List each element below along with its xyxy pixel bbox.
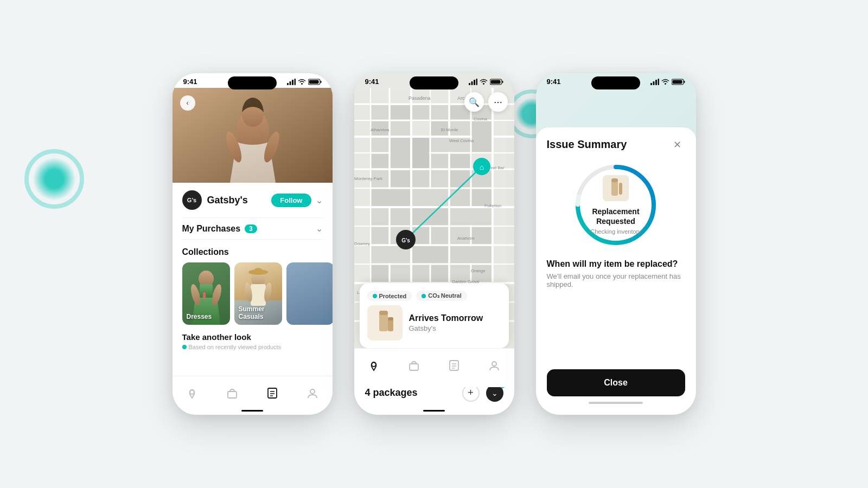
collection-card-summer[interactable]: Summer Casuals [234, 262, 282, 325]
ring-status-sub: Checking inventory [590, 228, 641, 235]
collection-label-summer: Summer Casuals [239, 305, 282, 320]
svg-rect-28 [268, 388, 277, 398]
bag-icon-1 [226, 387, 238, 399]
svg-text:⌂: ⌂ [479, 163, 483, 171]
take-look-dot-icon [182, 345, 187, 349]
svg-point-159 [665, 83, 666, 85]
package-product-svg [367, 305, 403, 341]
svg-rect-105 [391, 265, 410, 282]
packages-count: 4 packages [365, 387, 418, 399]
dynamic-island-1 [228, 76, 277, 89]
chevron-down-icon[interactable]: ⌄ [316, 195, 323, 206]
phones-container: 9:41 [173, 73, 696, 415]
svg-rect-89 [450, 189, 470, 206]
svg-text:West Covina: West Covina [449, 138, 474, 143]
status-bar-3: 9:41 [536, 73, 696, 88]
status-time-1: 9:41 [183, 78, 197, 86]
home-indicator-2 [423, 410, 445, 412]
wifi-icon-3 [661, 79, 669, 85]
profile-icon-1 [307, 387, 318, 399]
nav-profile-1[interactable] [307, 387, 318, 399]
modal-close-button[interactable]: Close [547, 369, 685, 396]
svg-rect-104 [372, 265, 388, 282]
svg-rect-40 [490, 80, 500, 84]
wifi-icon-1 [298, 79, 306, 85]
ring-status-main: Replacement Requested [572, 207, 659, 226]
badge-dot-co2 [422, 294, 426, 298]
svg-rect-17 [200, 284, 213, 298]
svg-rect-103 [450, 246, 492, 263]
svg-rect-74 [391, 138, 410, 168]
modal-close-icon[interactable]: ✕ [670, 137, 685, 152]
nav-orders-2[interactable] [448, 359, 460, 371]
follow-button[interactable]: Follow [271, 194, 311, 207]
svg-text:Downey: Downey [354, 241, 370, 246]
back-button[interactable]: ‹ [180, 95, 195, 111]
collections-title: Collections [182, 247, 323, 257]
collection-card-dresses[interactable]: Dresses [182, 262, 230, 325]
phone-2-map: 9:41 [354, 73, 514, 415]
brand-right: Follow ⌄ [271, 194, 322, 207]
map-area: Pasadena Arcadia Alhambra El Monte Covin… [354, 88, 514, 348]
svg-rect-102 [412, 246, 448, 263]
map-more-button[interactable]: ⋯ [488, 92, 508, 112]
svg-rect-78 [372, 154, 388, 168]
dynamic-island-3 [591, 76, 640, 89]
bottom-nav-2 [354, 348, 514, 387]
hero-image: ‹ [173, 88, 333, 183]
status-bar-1: 9:41 [173, 73, 333, 88]
nav-bag-2[interactable] [408, 359, 420, 371]
package-content: Arrives Tomorrow Gatsby's [367, 305, 501, 341]
svg-rect-27 [228, 391, 237, 398]
modal-question: When will my item be replaced? [547, 259, 685, 269]
nav-orders-1[interactable] [266, 387, 278, 399]
svg-text:Alhambra: Alhambra [371, 127, 390, 132]
nav-location-2[interactable] [368, 359, 380, 371]
status-icons-3 [650, 79, 685, 85]
svg-rect-82 [391, 170, 410, 187]
nav-bag-1[interactable] [226, 387, 238, 399]
package-image [367, 305, 403, 341]
phone-1-profile: 9:41 [173, 73, 333, 415]
progress-ring-container: Replacement Requested Checking inventory [547, 162, 685, 248]
svg-rect-87 [372, 189, 410, 206]
orders-icon-1 [266, 387, 278, 399]
status-icons-1 [287, 79, 322, 85]
svg-rect-18 [203, 292, 206, 299]
badge-dot-protected [373, 294, 377, 298]
collections-grid: Dresses [182, 262, 323, 325]
purchases-text: My Purchases [182, 224, 241, 234]
svg-rect-70 [391, 121, 410, 136]
dynamic-island-2 [410, 76, 458, 89]
signal-icon-1 [287, 79, 296, 85]
brand-row: G's Gatsby's Follow ⌄ [182, 190, 323, 210]
svg-rect-91 [372, 208, 388, 225]
nav-location-1[interactable] [186, 387, 198, 399]
purchases-row[interactable]: My Purchases 3 ⌄ [182, 217, 323, 240]
svg-point-154 [492, 362, 496, 366]
svg-rect-107 [431, 265, 448, 282]
svg-rect-79 [431, 154, 448, 168]
svg-rect-0 [287, 83, 289, 85]
phone1-content: G's Gatsby's Follow ⌄ My Purchases 3 ⌄ C… [173, 183, 333, 358]
purchases-chevron-icon[interactable]: ⌄ [316, 223, 323, 234]
svg-text:Covina: Covina [474, 117, 487, 121]
badge-protected: Protected [367, 291, 412, 301]
svg-rect-83 [412, 170, 429, 187]
svg-text:Anaheim: Anaheim [457, 236, 475, 241]
badge-co2: CO₂ Neutral [416, 291, 467, 301]
svg-rect-23 [251, 284, 266, 306]
nav-profile-2[interactable] [488, 359, 500, 371]
location-icon-1 [186, 387, 198, 399]
svg-rect-73 [372, 138, 388, 152]
svg-rect-75 [412, 138, 429, 168]
svg-rect-156 [653, 81, 654, 85]
bag-icon-2 [408, 359, 420, 371]
issue-modal-sheet: ✕ Issue Summary [536, 127, 696, 415]
take-another-look-title: Take another look [182, 332, 323, 342]
battery-icon-3 [672, 79, 685, 85]
svg-rect-162 [672, 80, 682, 84]
collection-card-extra[interactable] [286, 262, 333, 325]
map-search-button[interactable]: 🔍 [464, 92, 484, 112]
svg-rect-77 [472, 121, 492, 152]
